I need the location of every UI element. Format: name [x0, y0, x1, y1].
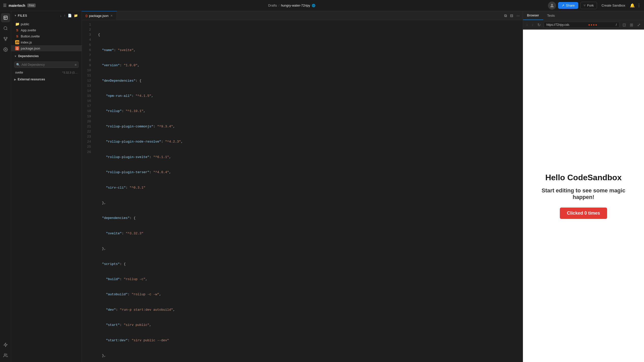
svelte-icon: S	[15, 34, 19, 38]
browser-bar: ‹ › ↻ https://72ripy.csb.●●●●/ ⊡ ⊞ ⤢	[523, 20, 644, 30]
avatar[interactable]	[548, 2, 556, 10]
dep-list-icon[interactable]: ≡	[75, 63, 77, 67]
preview-content: Hello CodeSandbox Start editing to see s…	[523, 30, 644, 362]
create-sandbox-button[interactable]: Create Sandbox	[599, 2, 628, 9]
hamburger-icon[interactable]: ☰	[3, 3, 7, 8]
topbar-left: ☰ maiertech Free	[3, 3, 36, 8]
breadcrumb-sep: /	[279, 4, 280, 7]
files-chevron[interactable]: ▼	[14, 14, 17, 17]
url-text: https://72ripy.csb.	[546, 23, 570, 27]
drafts-link[interactable]: Drafts	[268, 4, 277, 7]
activity-users[interactable]	[1, 351, 10, 360]
tab-label: package.json	[89, 14, 109, 18]
activity-settings[interactable]	[1, 45, 10, 54]
dep-version: ^3.32.3 (3....	[62, 71, 78, 74]
editor-area: {} package.json × ⧉ ⊟ ··· 1 2 3 4 5 6 7 …	[82, 11, 523, 362]
file-name: index.js	[21, 40, 32, 44]
back-icon[interactable]: ‹	[525, 22, 529, 28]
activity-search[interactable]	[1, 24, 10, 33]
sort-up-icon[interactable]: ↑	[63, 13, 66, 18]
sidebar: ▼ Files ↓ ↑ 📄 📁 📁 public S App.svelte S	[11, 11, 82, 362]
svg-point-3	[5, 39, 6, 41]
brand-name: maiertech	[9, 4, 25, 8]
fork-button[interactable]: ⑂ Fork	[580, 2, 597, 9]
dependencies-section-header[interactable]: ▼ Dependencies	[11, 52, 82, 60]
ext-chevron: ▶	[14, 78, 16, 81]
tab-actions: ⧉ ⊟ ···	[501, 12, 523, 19]
bell-icon[interactable]: 🔔	[630, 3, 635, 8]
tab-bar: {} package.json × ⧉ ⊟ ···	[82, 11, 523, 20]
more-icon[interactable]: ⋮	[637, 3, 641, 8]
globe-icon: 🌐	[312, 4, 315, 7]
svg-point-6	[5, 49, 6, 50]
file-item-button-svelte[interactable]: S Button.svelte	[11, 33, 82, 39]
free-badge: Free	[27, 4, 36, 7]
topbar-right: ↗ Share ⑂ Fork Create Sandbox 🔔 ⋮	[548, 2, 641, 10]
add-dependency-input[interactable]	[14, 61, 79, 68]
code-content: { "name": "svelte", "version": "1.0.0", …	[94, 20, 523, 362]
expand-icon[interactable]: ⤢	[636, 22, 641, 28]
file-name: public	[21, 22, 29, 26]
js-icon: JS	[15, 40, 19, 44]
topbar: ☰ maiertech Free Drafts / hungry-water-7…	[0, 0, 644, 11]
tab-tests[interactable]: Tests	[543, 11, 559, 20]
preview-title: Hello CodeSandbox	[545, 173, 622, 182]
activity-bar	[0, 11, 11, 362]
svelte-icon: S	[15, 28, 19, 32]
topbar-center: Drafts / hungry-water-72ripy 🌐	[38, 4, 546, 7]
tab-browser[interactable]: Browser	[523, 11, 543, 20]
new-file-icon[interactable]: 📄	[67, 13, 73, 18]
clicked-button[interactable]: Clicked 0 times	[560, 208, 607, 219]
file-name: package.json	[21, 47, 40, 50]
url-dots: ●●●●	[588, 23, 597, 27]
tab-json-icon: {}	[85, 14, 88, 17]
svg-rect-1	[4, 16, 7, 19]
file-item-app-svelte[interactable]: S App.svelte	[11, 27, 82, 33]
activity-files[interactable]	[1, 13, 10, 22]
fork-icon: ⑂	[584, 4, 586, 7]
sandbox-name[interactable]: hungry-water-72ripy	[281, 4, 310, 7]
open-external-icon[interactable]: ⊡	[622, 22, 627, 28]
share-button[interactable]: ↗ Share	[558, 2, 578, 9]
file-name: App.svelte	[21, 28, 36, 32]
dep-search: 🔍 ≡	[14, 61, 79, 68]
file-item-public[interactable]: 📁 public	[11, 21, 82, 27]
deps-label: Dependencies	[18, 54, 39, 58]
tab-close-icon[interactable]: ×	[110, 13, 113, 18]
file-item-package-json[interactable]: {} package.json	[11, 45, 82, 51]
line-numbers: 1 2 3 4 5 6 7 8 9 10 11 12 13 14 15 16 1…	[82, 20, 94, 362]
split-horizontal-icon[interactable]: ⊟	[509, 12, 514, 19]
svg-point-2	[4, 27, 7, 30]
code-editor[interactable]: 1 2 3 4 5 6 7 8 9 10 11 12 13 14 15 16 1…	[82, 20, 523, 362]
file-item-index-js[interactable]: JS index.js	[11, 39, 82, 45]
tab-package-json[interactable]: {} package.json ×	[82, 11, 117, 20]
split-view-icon[interactable]: ⊞	[629, 22, 634, 28]
svg-marker-7	[4, 343, 7, 347]
panel-tabs: Browser Tests	[523, 11, 644, 20]
new-folder-icon[interactable]: 📁	[73, 13, 79, 18]
folder-icon: 📁	[15, 22, 19, 26]
svg-point-8	[4, 354, 6, 355]
activity-git[interactable]	[1, 34, 10, 43]
files-label: Files	[18, 14, 27, 17]
url-bar[interactable]: https://72ripy.csb.●●●●/	[544, 22, 619, 28]
more-options-icon[interactable]: ···	[515, 12, 521, 19]
ext-label: External resources	[18, 78, 45, 81]
svg-point-0	[551, 4, 553, 6]
refresh-icon[interactable]: ↻	[536, 22, 542, 28]
dependency-svelte: svelte ^3.32.3 (3....	[11, 70, 82, 76]
svg-point-5	[6, 37, 7, 38]
file-tree: 📁 public S App.svelte S Button.svelte JS…	[11, 20, 82, 52]
split-vertical-icon[interactable]: ⧉	[503, 12, 508, 19]
main-layout: ▼ Files ↓ ↑ 📄 📁 📁 public S App.svelte S	[0, 11, 644, 362]
external-resources-header[interactable]: ▶ External resources	[11, 76, 82, 83]
right-panel: Browser Tests ‹ › ↻ https://72ripy.csb.●…	[523, 11, 644, 362]
share-icon: ↗	[562, 4, 564, 7]
sort-down-icon[interactable]: ↓	[60, 13, 62, 18]
svg-point-4	[4, 37, 5, 38]
search-icon: 🔍	[16, 63, 20, 66]
dep-name: svelte	[15, 71, 23, 74]
forward-icon[interactable]: ›	[531, 22, 534, 28]
activity-deploy[interactable]	[1, 340, 10, 349]
file-name: Button.svelte	[21, 34, 40, 38]
